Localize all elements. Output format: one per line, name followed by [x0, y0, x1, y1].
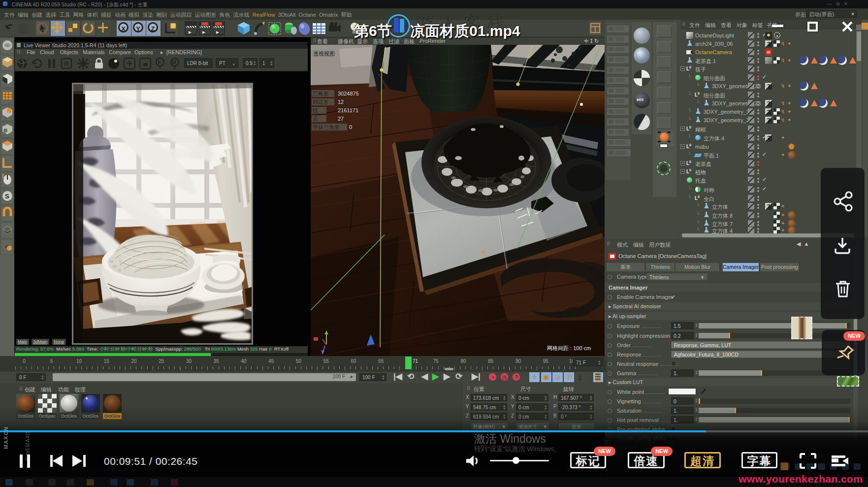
- svg-text:线: 线: [313, 107, 318, 113]
- svg-text:27: 27: [338, 116, 344, 122]
- svg-text:F: F: [158, 60, 161, 65]
- svg-text:3024875: 3024875: [338, 91, 359, 97]
- svg-text:0: 0: [349, 124, 352, 130]
- svg-text:M: M: [172, 60, 176, 65]
- svg-text:四边形: 四边形: [313, 99, 329, 105]
- svg-text:透视视图: 透视视图: [313, 51, 335, 57]
- svg-text:R: R: [64, 60, 69, 67]
- svg-text:12: 12: [338, 99, 344, 105]
- svg-text:网格间距 : 100 cm: 网格间距 : 100 cm: [547, 345, 591, 351]
- svg-text:S: S: [5, 193, 9, 200]
- svg-text:带状三角形: 带状三角形: [313, 124, 340, 130]
- svg-text:2161171: 2161171: [338, 107, 358, 113]
- svg-text:三角形: 三角形: [313, 91, 329, 97]
- svg-text:点: 点: [313, 116, 318, 122]
